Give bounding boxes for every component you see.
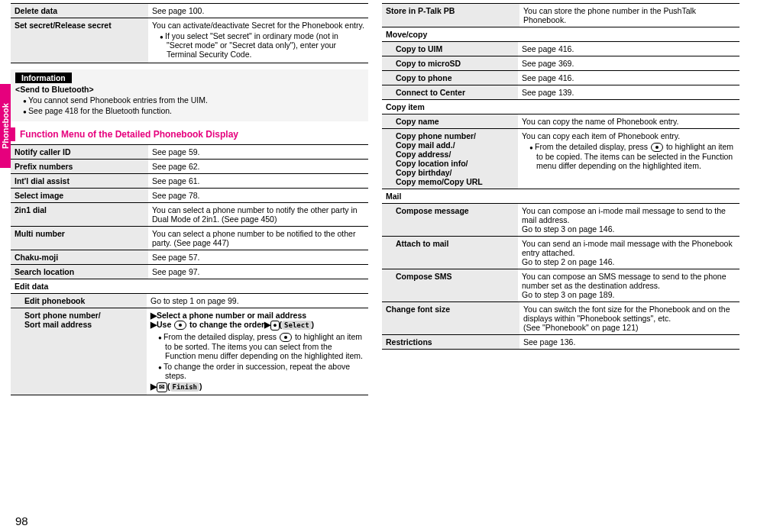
page-number: 98: [15, 514, 28, 527]
row-desc: See page 369.: [518, 56, 739, 71]
row-desc: See page 97.: [148, 265, 368, 279]
table-row: Select imageSee page 78.: [11, 189, 368, 203]
table-edit-data: Edit phonebookGo to step 1 on page 99. S…: [11, 293, 368, 395]
softkey-select: Select: [282, 321, 312, 330]
table-row: Prefix numbersSee page 62.: [11, 160, 368, 174]
table-row: Change font sizeYou can switch the font …: [382, 302, 739, 335]
row-label: Restrictions: [382, 335, 519, 350]
table-row: Compose SMSYou can compose an SMS messag…: [382, 269, 739, 302]
triangle-icon: ▶: [264, 320, 270, 329]
row-label: Change font size: [382, 302, 519, 335]
bullet-item: If you select "Set secret" in ordinary m…: [160, 31, 364, 59]
row-label: Copy to UIM: [382, 42, 518, 56]
row-label: Copy phone number/ Copy mail add./ Copy …: [382, 129, 518, 189]
bullet-list: If you select "Set secret" in ordinary m…: [152, 31, 364, 59]
row-desc-text: You can activate/deactivate Secret for t…: [152, 21, 364, 30]
information-title: <Send to Bluetooth>: [15, 85, 364, 94]
bullet-text: From the detailed display, press: [535, 142, 650, 151]
table-row: Multi numberYou can select a phone numbe…: [11, 227, 368, 250]
table-row: Notify caller IDSee page 59.: [11, 145, 368, 160]
right-column: Store in P-Talk PB You can store the pho…: [382, 3, 739, 395]
row-label: Copy name: [382, 114, 518, 129]
row-desc: You can select a phone number to notify …: [148, 203, 368, 227]
mail-key-icon: ✉: [157, 382, 167, 392]
row-desc: See page 61.: [148, 174, 368, 189]
row-desc: See page 59.: [148, 145, 368, 160]
nav-key-icon: [280, 333, 292, 342]
row-desc: You can copy each item of Phonebook entr…: [518, 129, 739, 189]
sort-step-text: Select a phone number or mail address: [157, 311, 306, 320]
row-label: Set secret/Release secret: [11, 18, 148, 63]
table-top-right: Store in P-Talk PB You can store the pho…: [382, 3, 739, 27]
row-label: Edit phonebook: [11, 294, 147, 308]
row-label: Delete data: [11, 4, 148, 18]
bullet-item: From the detailed display, press to high…: [158, 332, 364, 360]
row-desc-text: You can copy each item of Phonebook entr…: [522, 131, 680, 140]
row-desc: See page 139.: [518, 85, 739, 100]
table-row: Int'l dial assistSee page 61.: [11, 174, 368, 189]
row-label: Sort phone number/ Sort mail address: [11, 308, 147, 395]
sort-step: ▶✉(Finish): [150, 382, 364, 392]
page-content: Delete data See page 100. Set secret/Rel…: [0, 0, 767, 395]
bullet-list: From the detailed display, press to high…: [150, 332, 364, 380]
function-menu-header: Function Menu of the Detailed Phonebook …: [11, 127, 368, 141]
table-mail: Compose messageYou can compose an i-mode…: [382, 203, 739, 302]
row-label: 2in1 dial: [11, 203, 148, 227]
row-desc: ▶Select a phone number or mail address ▶…: [147, 308, 368, 395]
movecopy-header: Move/copy: [382, 27, 739, 41]
table-row: Compose messageYou can compose an i-mode…: [382, 204, 739, 237]
row-desc: You can compose an i-mode mail message t…: [518, 204, 739, 237]
nav-key-icon: [651, 143, 663, 152]
row-desc: See page 78.: [148, 189, 368, 203]
table-row: Attach to mailYou can send an i-mode mai…: [382, 237, 739, 269]
row-label: Store in P-Talk PB: [382, 4, 519, 27]
table-row: Edit phonebookGo to step 1 on page 99.: [11, 294, 368, 308]
side-tab-phonebook: Phonebook: [0, 84, 11, 168]
row-label: Search location: [11, 265, 148, 279]
red-bar-icon: [11, 127, 15, 141]
row-label: Int'l dial assist: [11, 174, 148, 189]
bullet-item: From the detailed display, press to high…: [529, 142, 736, 170]
bullet-item: To change the order in succession, repea…: [158, 362, 364, 380]
row-desc: See page 136.: [519, 335, 739, 350]
row-desc: You can select a phone number to be noti…: [148, 227, 368, 250]
sort-step: ▶Select a phone number or mail address: [150, 311, 364, 320]
table-row: Delete data See page 100.: [11, 4, 368, 18]
information-tag: Information: [15, 73, 72, 83]
table-tail-right: Change font sizeYou can switch the font …: [382, 302, 739, 350]
bullet-item: You cannot send Phonebook entries from t…: [23, 95, 364, 105]
table-row: Chaku-mojiSee page 57.: [11, 250, 368, 265]
row-desc: You can activate/deactivate Secret for t…: [148, 18, 368, 63]
triangle-icon: ▶: [150, 311, 157, 320]
table-copyitem: Copy nameYou can copy the name of Phoneb…: [382, 114, 739, 189]
table-row: 2in1 dialYou can select a phone number t…: [11, 203, 368, 227]
copyitem-header: Copy item: [382, 100, 739, 114]
table-function-menu: Notify caller IDSee page 59. Prefix numb…: [11, 144, 368, 279]
triangle-icon: ▶: [150, 382, 157, 391]
bullet-list: You cannot send Phonebook entries from t…: [15, 95, 364, 115]
edit-data-header: Edit data: [11, 279, 368, 293]
sort-step: ▶Use to change the order▶●(Select): [150, 320, 364, 330]
row-desc: You can copy the name of Phonebook entry…: [518, 114, 739, 129]
row-desc: See page 62.: [148, 160, 368, 174]
row-label: Copy to phone: [382, 71, 518, 85]
sort-step-text: to change the order: [187, 320, 264, 329]
table-top-left: Delete data See page 100. Set secret/Rel…: [11, 3, 368, 63]
row-label: Compose message: [382, 204, 518, 237]
table-row: Sort phone number/ Sort mail address ▶Se…: [11, 308, 368, 395]
table-row: Copy to UIMSee page 416.: [382, 42, 739, 56]
softkey-finish: Finish: [170, 382, 200, 392]
information-block: Information <Send to Bluetooth> You cann…: [11, 69, 368, 121]
function-menu-title: Function Menu of the Detailed Phonebook …: [20, 129, 238, 140]
table-row: Copy to phoneSee page 416.: [382, 71, 739, 85]
row-label: Multi number: [11, 227, 148, 250]
table-row: Copy phone number/ Copy mail add./ Copy …: [382, 129, 739, 189]
table-row: RestrictionsSee page 136.: [382, 335, 739, 350]
row-desc: See page 100.: [148, 4, 368, 18]
left-column: Delete data See page 100. Set secret/Rel…: [11, 3, 368, 395]
table-row: Copy nameYou can copy the name of Phoneb…: [382, 114, 739, 129]
row-desc: You can switch the font size for the Pho…: [519, 302, 739, 335]
row-desc: You can send an i-mode mail message with…: [518, 237, 739, 269]
row-label: Attach to mail: [382, 237, 518, 269]
row-label: Copy to microSD: [382, 56, 518, 71]
